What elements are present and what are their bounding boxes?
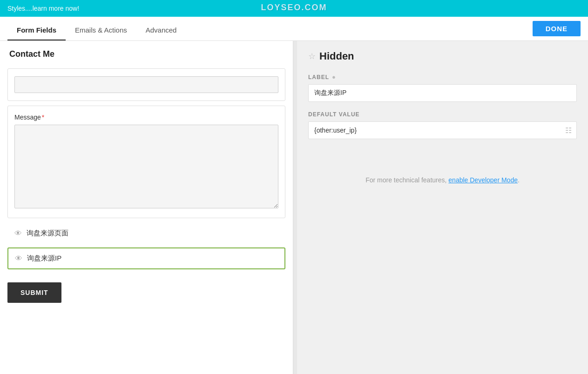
default-value-input[interactable] (309, 122, 561, 139)
tabs-container: Form Fields Emails & Actions Advanced (7, 17, 186, 40)
tab-emails-actions[interactable]: Emails & Actions (66, 20, 136, 40)
label-field-group: LABEL ● (308, 73, 577, 102)
submit-button[interactable]: SUBMIT (7, 282, 61, 303)
developer-mode-link[interactable]: enable Developer Mode (448, 176, 518, 184)
eye-icon-source-page: 👁 (14, 229, 22, 238)
right-panel: ☆ Hidden LABEL ● DEFAULT VALUE ☷ For mor… (297, 41, 588, 374)
banner-text: Styles....learn more now! (7, 5, 79, 12)
done-button[interactable]: DONE (533, 21, 581, 36)
label-field-header: LABEL ● (308, 73, 577, 80)
message-field-label: Message* (14, 114, 278, 121)
hidden-field-source-page-label: 询盘来源页面 (27, 229, 68, 238)
unnamed-field-block (7, 68, 285, 101)
top-banner: Styles....learn more now! LOYSEO.COM (0, 0, 588, 17)
panel-title-row: ☆ Hidden (308, 50, 577, 62)
tab-advanced[interactable]: Advanced (136, 20, 186, 40)
unnamed-input[interactable] (14, 76, 278, 93)
label-info-icon: ● (332, 73, 336, 80)
eye-icon-source-ip: 👁 (15, 254, 22, 263)
default-value-header: DEFAULT VALUE (308, 111, 577, 118)
submit-area: SUBMIT (0, 273, 293, 310)
panel-title: Hidden (319, 50, 354, 62)
hidden-field-source-page[interactable]: 👁 询盘来源页面 (7, 223, 285, 244)
grid-icon[interactable]: ☷ (561, 122, 576, 139)
default-value-field-group: DEFAULT VALUE ☷ (308, 111, 577, 139)
message-textarea[interactable] (14, 125, 278, 208)
watermark: LOYSEO.COM (261, 3, 327, 13)
header-row: Form Fields Emails & Actions Advanced DO… (0, 17, 588, 41)
default-value-input-wrapper: ☷ (308, 121, 577, 139)
hidden-field-source-ip[interactable]: 👁 询盘来源IP (7, 247, 285, 269)
left-panel: Contact Me Message* 👁 询盘来源页面 👁 询盘来源IP SU… (0, 41, 293, 374)
form-title: Contact Me (0, 41, 293, 64)
label-input[interactable] (308, 84, 577, 102)
main-layout: Contact Me Message* 👁 询盘来源页面 👁 询盘来源IP SU… (0, 41, 588, 374)
star-icon: ☆ (308, 51, 316, 61)
required-indicator: * (42, 114, 44, 121)
scroll-divider (293, 41, 297, 374)
message-field-block: Message* (7, 106, 285, 218)
hidden-field-source-ip-label: 询盘来源IP (27, 254, 61, 263)
developer-mode-note: For more technical features, enable Deve… (308, 176, 577, 184)
tab-form-fields[interactable]: Form Fields (7, 20, 66, 40)
